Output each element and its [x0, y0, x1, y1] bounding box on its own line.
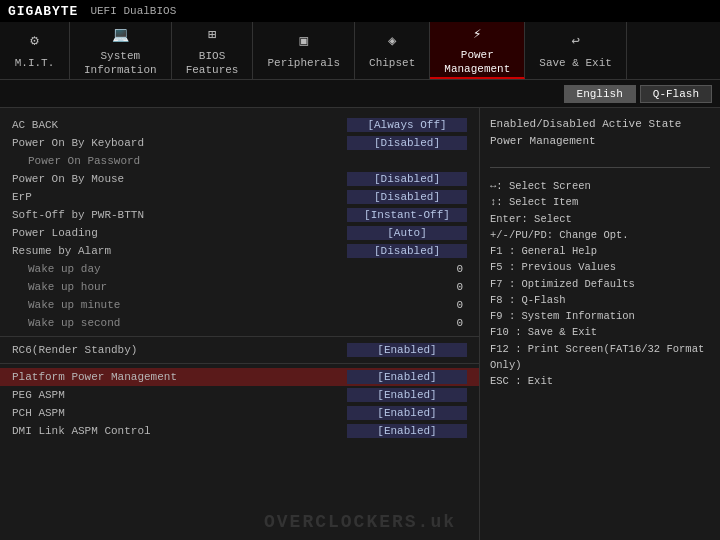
- main-content: AC BACK[Always Off]Power On By Keyboard[…: [0, 108, 720, 540]
- menu-divider: [0, 363, 479, 364]
- menu-divider: [0, 336, 479, 337]
- mit-label: M.I.T.: [15, 57, 55, 70]
- menu-label-peg-aspm: PEG ASPM: [12, 389, 65, 401]
- key-help-row: F7 : Optimized Defaults: [490, 276, 710, 292]
- menu-label-soft-off-pwr: Soft-Off by PWR-BTTN: [12, 209, 144, 221]
- menu-row-soft-off-pwr[interactable]: Soft-Off by PWR-BTTN[Instant-Off]: [0, 206, 479, 224]
- menu-label-platform-power: Platform Power Management: [12, 371, 177, 383]
- menu-row-rc6[interactable]: RC6(Render Standby)[Enabled]: [0, 341, 479, 359]
- menu-value-platform-power: [Enabled]: [347, 370, 467, 384]
- peripherals-label: Peripherals: [267, 57, 340, 70]
- menu-row-wake-up-hour[interactable]: Wake up hour0: [0, 278, 479, 296]
- nav-item-system-info[interactable]: 💻System Information: [70, 22, 172, 79]
- menu-row-power-loading[interactable]: Power Loading[Auto]: [0, 224, 479, 242]
- menu-row-power-on-password[interactable]: Power On Password: [0, 152, 479, 170]
- system-info-label: System Information: [84, 50, 157, 76]
- system-info-icon: 💻: [110, 24, 130, 44]
- save-exit-icon: ↩: [566, 31, 586, 51]
- nav-item-save-exit[interactable]: ↩Save & Exit: [525, 22, 627, 79]
- key-help-row: F9 : System Information: [490, 308, 710, 324]
- right-panel: Enabled/Disabled Active State Power Mana…: [480, 108, 720, 540]
- menu-row-resume-alarm[interactable]: Resume by Alarm[Disabled]: [0, 242, 479, 260]
- menu-value-power-on-mouse: [Disabled]: [347, 172, 467, 186]
- menu-label-power-on-keyboard: Power On By Keyboard: [12, 137, 144, 149]
- menu-label-power-on-mouse: Power On By Mouse: [12, 173, 124, 185]
- menu-value-wake-up-hour: 0: [347, 281, 467, 293]
- menu-label-wake-up-hour: Wake up hour: [12, 281, 107, 293]
- power-mgmt-label: Power Management: [444, 49, 510, 75]
- qflash-button[interactable]: Q-Flash: [640, 85, 712, 103]
- key-help-row: F10 : Save & Exit: [490, 324, 710, 340]
- nav-item-peripherals[interactable]: ▣Peripherals: [253, 22, 355, 79]
- menu-label-wake-up-minute: Wake up minute: [12, 299, 120, 311]
- menu-value-wake-up-day: 0: [347, 263, 467, 275]
- chipset-icon: ◈: [382, 31, 402, 51]
- mit-icon: ⚙: [25, 31, 45, 51]
- lang-bar: English Q-Flash: [0, 80, 720, 108]
- peripherals-icon: ▣: [294, 31, 314, 51]
- key-help-row: +/-/PU/PD: Change Opt.: [490, 227, 710, 243]
- menu-value-resume-alarm: [Disabled]: [347, 244, 467, 258]
- bios-features-icon: ⊞: [202, 24, 222, 44]
- menu-label-pch-aspm: PCH ASPM: [12, 407, 65, 419]
- menu-label-wake-up-day: Wake up day: [12, 263, 101, 275]
- key-help-row: Enter: Select: [490, 211, 710, 227]
- key-help-row: ↔: Select Screen: [490, 178, 710, 194]
- power-mgmt-icon: ⚡: [467, 23, 487, 43]
- menu-row-dmi-link[interactable]: DMI Link ASPM Control[Enabled]: [0, 422, 479, 440]
- key-help-row: F5 : Previous Values: [490, 259, 710, 275]
- menu-row-power-on-keyboard[interactable]: Power On By Keyboard[Disabled]: [0, 134, 479, 152]
- menu-row-peg-aspm[interactable]: PEG ASPM[Enabled]: [0, 386, 479, 404]
- top-bar: GIGABYTE UEFI DualBIOS: [0, 0, 720, 22]
- save-exit-label: Save & Exit: [539, 57, 612, 70]
- menu-value-ac-back: [Always Off]: [347, 118, 467, 132]
- key-help-row: ESC : Exit: [490, 373, 710, 389]
- menu-row-power-on-mouse[interactable]: Power On By Mouse[Disabled]: [0, 170, 479, 188]
- key-help-row: F8 : Q-Flash: [490, 292, 710, 308]
- left-panel: AC BACK[Always Off]Power On By Keyboard[…: [0, 108, 480, 540]
- menu-label-erp: ErP: [12, 191, 32, 203]
- menu-value-wake-up-second: 0: [347, 317, 467, 329]
- menu-label-dmi-link: DMI Link ASPM Control: [12, 425, 151, 437]
- menu-label-ac-back: AC BACK: [12, 119, 58, 131]
- menu-value-dmi-link: [Enabled]: [347, 424, 467, 438]
- menu-value-soft-off-pwr: [Instant-Off]: [347, 208, 467, 222]
- menu-row-wake-up-minute[interactable]: Wake up minute0: [0, 296, 479, 314]
- nav-item-bios-features[interactable]: ⊞BIOS Features: [172, 22, 254, 79]
- menu-value-pch-aspm: [Enabled]: [347, 406, 467, 420]
- menu-label-power-loading: Power Loading: [12, 227, 98, 239]
- nav-item-chipset[interactable]: ◈Chipset: [355, 22, 430, 79]
- nav-bar: ⚙M.I.T.💻System Information⊞BIOS Features…: [0, 22, 720, 80]
- menu-row-pch-aspm[interactable]: PCH ASPM[Enabled]: [0, 404, 479, 422]
- key-help-row: ↕: Select Item: [490, 194, 710, 210]
- menu-value-rc6: [Enabled]: [347, 343, 467, 357]
- menu-value-power-loading: [Auto]: [347, 226, 467, 240]
- menu-row-platform-power[interactable]: Platform Power Management[Enabled]: [0, 368, 479, 386]
- menu-label-wake-up-second: Wake up second: [12, 317, 120, 329]
- gigabyte-logo: GIGABYTE: [8, 4, 78, 19]
- key-help-row: F1 : General Help: [490, 243, 710, 259]
- right-divider: [490, 167, 710, 168]
- menu-row-ac-back[interactable]: AC BACK[Always Off]: [0, 116, 479, 134]
- key-help-row: F12 : Print Screen(FAT16/32 Format Only): [490, 341, 710, 374]
- menu-label-resume-alarm: Resume by Alarm: [12, 245, 111, 257]
- chipset-label: Chipset: [369, 57, 415, 70]
- menu-row-wake-up-second[interactable]: Wake up second0: [0, 314, 479, 332]
- menu-value-wake-up-minute: 0: [347, 299, 467, 311]
- dual-bios-label: UEFI DualBIOS: [90, 5, 176, 17]
- bios-features-label: BIOS Features: [186, 50, 239, 76]
- english-button[interactable]: English: [564, 85, 636, 103]
- menu-value-power-on-keyboard: [Disabled]: [347, 136, 467, 150]
- menu-label-power-on-password: Power On Password: [12, 155, 140, 167]
- menu-value-peg-aspm: [Enabled]: [347, 388, 467, 402]
- menu-label-rc6: RC6(Render Standby): [12, 344, 137, 356]
- description-box: Enabled/Disabled Active State Power Mana…: [490, 116, 710, 149]
- nav-item-power-mgmt[interactable]: ⚡Power Management: [430, 22, 525, 79]
- menu-row-wake-up-day[interactable]: Wake up day0: [0, 260, 479, 278]
- nav-item-mit[interactable]: ⚙M.I.T.: [0, 22, 70, 79]
- key-help: ↔: Select Screen↕: Select ItemEnter: Sel…: [490, 178, 710, 389]
- menu-row-erp[interactable]: ErP[Disabled]: [0, 188, 479, 206]
- menu-value-erp: [Disabled]: [347, 190, 467, 204]
